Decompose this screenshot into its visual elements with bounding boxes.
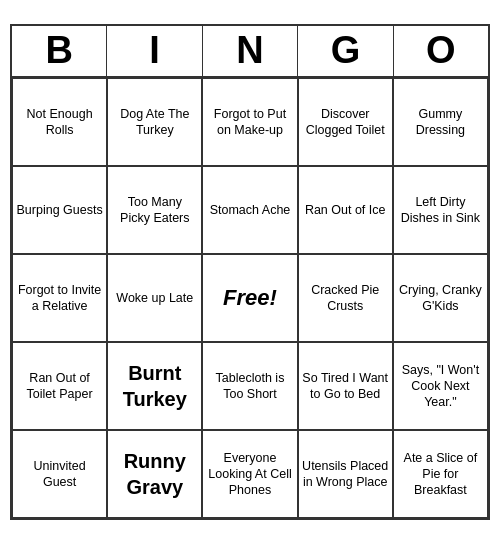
bingo-cell: Stomach Ache — [202, 166, 297, 254]
header-letter: I — [107, 26, 202, 76]
bingo-cell: Utensils Placed in Wrong Place — [298, 430, 393, 518]
bingo-cell: Tablecloth is Too Short — [202, 342, 297, 430]
bingo-cell: Runny Gravy — [107, 430, 202, 518]
bingo-cell: Gummy Dressing — [393, 78, 488, 166]
header-letter: B — [12, 26, 107, 76]
bingo-cell: Not Enough Rolls — [12, 78, 107, 166]
bingo-cell: Says, "I Won't Cook Next Year." — [393, 342, 488, 430]
bingo-cell: Uninvited Guest — [12, 430, 107, 518]
bingo-cell: So Tired I Want to Go to Bed — [298, 342, 393, 430]
header-letter: O — [394, 26, 488, 76]
header-letter: N — [203, 26, 298, 76]
bingo-cell: Too Many Picky Eaters — [107, 166, 202, 254]
bingo-cell: Woke up Late — [107, 254, 202, 342]
bingo-cell: Cracked Pie Crusts — [298, 254, 393, 342]
header-letter: G — [298, 26, 393, 76]
bingo-cell: Ran Out of Toilet Paper — [12, 342, 107, 430]
bingo-cell: Dog Ate The Turkey — [107, 78, 202, 166]
bingo-cell: Burping Guests — [12, 166, 107, 254]
bingo-header: BINGO — [12, 26, 488, 78]
bingo-cell: Free! — [202, 254, 297, 342]
bingo-cell: Burnt Turkey — [107, 342, 202, 430]
bingo-cell: Left Dirty Dishes in Sink — [393, 166, 488, 254]
bingo-cell: Discover Clogged Toilet — [298, 78, 393, 166]
bingo-grid: Not Enough RollsDog Ate The TurkeyForgot… — [12, 78, 488, 518]
bingo-cell: Forgot to Invite a Relative — [12, 254, 107, 342]
bingo-cell: Ran Out of Ice — [298, 166, 393, 254]
bingo-card: BINGO Not Enough RollsDog Ate The Turkey… — [10, 24, 490, 520]
bingo-cell: Ate a Slice of Pie for Breakfast — [393, 430, 488, 518]
bingo-cell: Crying, Cranky G'Kids — [393, 254, 488, 342]
bingo-cell: Everyone Looking At Cell Phones — [202, 430, 297, 518]
bingo-cell: Forgot to Put on Make-up — [202, 78, 297, 166]
